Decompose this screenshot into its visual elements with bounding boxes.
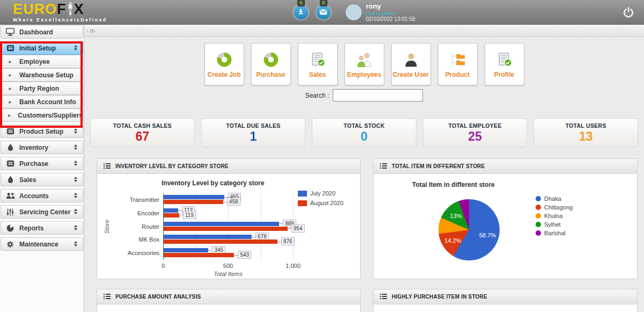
chart-title: Inventory Level by category store [162, 179, 264, 187]
logo-tagline: Where ExcellenceIsDefined [13, 18, 107, 23]
notification-badge: 0 [297, 0, 305, 6]
panel-highly-purchase: HIGHLY PURCHASE ITEM IN STORE [373, 289, 638, 312]
stat-card-total-employee: TOTAL EMPLOYEE25 [423, 118, 528, 147]
tile-create-user[interactable]: Create User [391, 43, 431, 85]
panel-total-item: TOTAL ITEM IN DIFFERENT STORE Total Item… [373, 158, 638, 279]
people-tile-icon [356, 50, 373, 69]
sidebar-item-inventory[interactable]: Inventory [1, 141, 83, 154]
sidebar-item-bank-account-info[interactable]: ▸Bank Account Info [1, 95, 83, 108]
folders-icon [449, 50, 466, 69]
legend-dot [536, 196, 541, 201]
bar-july-2020 [164, 208, 178, 213]
expand-toggle-icon [74, 193, 77, 198]
droplet-icon [1, 176, 19, 184]
panel-header: INVENTORY LEVEL BY CATEGORY STORE [97, 159, 360, 174]
tile-sales[interactable]: Sales [298, 43, 338, 85]
gear-icon [1, 241, 19, 248]
user-box[interactable]: rony Last Loged-in: 02/10/2022 13:01:58 [346, 2, 436, 22]
x-tick-label: 500 [223, 263, 233, 269]
bar-july-2020 [164, 248, 208, 252]
sidebar-item-product-setup[interactable]: Product Setup [1, 125, 83, 138]
sidebar-item-reports[interactable]: Reports [1, 221, 83, 235]
legend-item: August 2020 [298, 200, 343, 206]
legend-label: August 2020 [310, 200, 343, 206]
category-label: Router [97, 220, 159, 234]
legend-label: Dhaka [544, 195, 561, 202]
legend-item: Chittagong [536, 204, 573, 211]
sidebar-item-initial-setup[interactable]: Initial Setup [1, 41, 83, 55]
last-login-label: Last Loged-in: [366, 11, 436, 16]
breadcrumb-chevron-icon: › [86, 27, 89, 34]
legend-dot [536, 213, 541, 219]
legend-swatch [298, 191, 307, 197]
sidebar-item-dashboard[interactable]: Dashboard [1, 25, 83, 39]
sidebar-item-customers-suppliers[interactable]: ▸Customers/Suppliers [1, 108, 83, 122]
sparkplug-icon [67, 2, 74, 17]
sidebar-item-label: Warehouse Setup [19, 71, 74, 79]
stat-value: 67 [91, 129, 194, 144]
list-icon [380, 294, 387, 300]
tile-label: Sales [309, 71, 326, 78]
tile-create-job[interactable]: Create Job [204, 43, 244, 85]
panel-header: TOTAL ITEM IN DIFFERENT STORE [374, 159, 637, 174]
sidebar-item-employee[interactable]: ▸Employee [1, 55, 83, 68]
avatar[interactable] [346, 4, 362, 20]
value-connector [208, 250, 212, 251]
sidebar-item-label: Initial Setup [19, 45, 56, 52]
notification-badge: 0 [320, 0, 327, 6]
tile-label: Product [445, 71, 470, 78]
tile-product[interactable]: Product [438, 43, 478, 85]
inbox-download-icon [297, 8, 304, 17]
legend-item: Sylhet [536, 221, 573, 228]
sidebar-item-sales[interactable]: Sales [1, 173, 83, 186]
sidebar-item-label: Reports [19, 224, 43, 232]
list-icon [104, 294, 111, 300]
value-connector [178, 210, 182, 211]
logo-text-x: X [74, 2, 84, 17]
legend-label: July 2020 [310, 190, 335, 197]
notification-inbox-download[interactable]: 0 [294, 5, 308, 19]
tile-profile[interactable]: Profile [485, 43, 524, 85]
stat-value: 1 [202, 129, 305, 144]
sidebar-item-maintenance[interactable]: Maintenance [1, 237, 83, 251]
sidebar-item-servicing-center[interactable]: Servicing Center [1, 205, 83, 219]
sidebar-item-purchase[interactable]: Purchase [1, 157, 83, 170]
value-connector [223, 202, 227, 202]
tile-employees[interactable]: Employees [345, 43, 384, 85]
legend-label: Sylhet [544, 221, 561, 228]
sidebar-item-accounts[interactable]: Accounts [1, 189, 83, 202]
sidebar-item-warehouse-setup[interactable]: ▸Warehouse Setup [1, 68, 83, 82]
sidebar-item-label: Customers/Suppliers [18, 112, 83, 119]
pie-slice-label: 13% [450, 213, 462, 219]
legend-swatch [298, 200, 307, 206]
search-input[interactable] [333, 89, 423, 101]
inventory-bar-chart: Inventory Level by category store05001,0… [97, 174, 360, 279]
bar-august-2020 [164, 240, 277, 244]
panel-title: INVENTORY LEVEL BY CATEGORY STORE [115, 163, 229, 169]
donut-icon [263, 50, 279, 69]
legend-item: Barishal [536, 230, 573, 236]
droplet-icon [1, 143, 19, 151]
notification-mail[interactable]: 0 [317, 5, 331, 19]
submenu-arrow-icon: ▸ [1, 59, 19, 64]
stat-label: TOTAL DUE SALES [202, 122, 305, 129]
panel-purchase-analysis: PURCHASE AMOUNT ANALYSIS [97, 289, 361, 312]
category-label: MK Box [97, 233, 159, 246]
drawer-icon [1, 160, 19, 167]
legend-dot [536, 230, 541, 236]
power-logout-icon[interactable] [623, 6, 634, 18]
tile-label: Purchase [256, 71, 285, 78]
chart-legend: DhakaChittagongKhulnaSylhetBarishal [536, 195, 573, 238]
legend-dot [536, 205, 541, 210]
tile-purchase[interactable]: Purchase [251, 43, 291, 85]
people-icon [1, 192, 19, 199]
sidebar-item-label: Product Setup [19, 128, 63, 135]
expand-toggle-icon [74, 241, 77, 246]
panel-header: PURCHASE AMOUNT ANALYSIS [97, 289, 360, 304]
sidebar-item-party-region[interactable]: ▸Party Region [1, 82, 83, 95]
tile-label: Create User [393, 71, 429, 78]
stat-card-total-users: TOTAL USERS13 [533, 118, 638, 147]
stats-row: TOTAL CASH SALES67TOTAL DUE SALES1TOTAL … [90, 118, 638, 147]
category-label: Encoder [97, 207, 159, 220]
monitor-icon [1, 28, 19, 36]
